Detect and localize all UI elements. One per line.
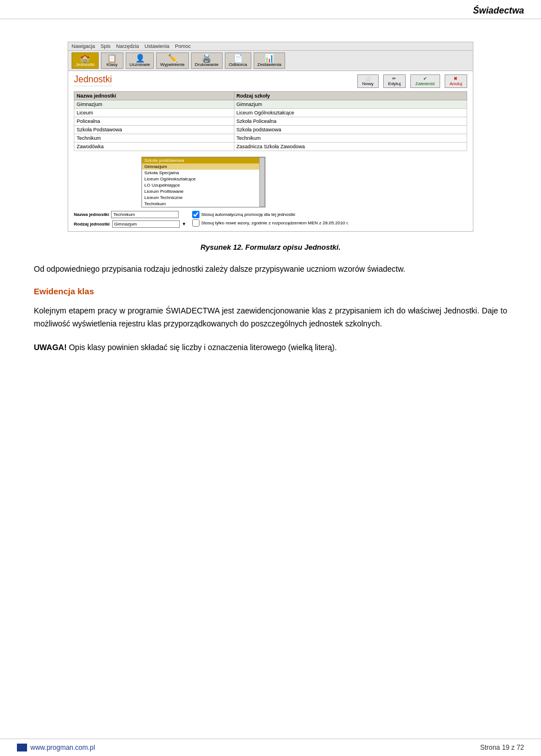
btn-anuluj[interactable]: ✖ Anuluj <box>445 74 467 88</box>
nowy-label: Nowy <box>362 81 374 86</box>
footer-url: www.progman.com.pl <box>30 744 95 751</box>
jednostki-icon: 🏫 <box>80 54 90 62</box>
toolbar-uczniowie[interactable]: 👤 Uczniowie <box>126 52 154 69</box>
warning-paragraph: UWAGA! Opis klasy powinien składać się l… <box>34 341 507 353</box>
cell-nazwa: Gimnazjum <box>74 100 234 109</box>
scrollbar[interactable] <box>259 157 265 207</box>
wypelnienie-icon: ✏️ <box>168 54 178 62</box>
checkbox-auto-promotion[interactable] <box>192 211 199 218</box>
warning-label: UWAGA! <box>34 343 66 352</box>
dd-item-szkola-specjalna[interactable]: Szkoła Specjalna <box>142 170 265 176</box>
bottom-form: Nazwa jednostki Rodzaj jednostki ▼ Stosu… <box>74 211 467 228</box>
action-buttons-row: ⬜ Nowy ✏ Edytuj ✔ Zatwierdź ✖ Anuluj <box>357 74 467 88</box>
figure-caption: Rysunek 12. Formularz opisu Jednostki. <box>34 243 507 251</box>
klasy-icon: 📋 <box>107 54 117 62</box>
cell-rodzaj: Gimnazjum <box>234 100 467 109</box>
toolbar-odbiorca-label: Odbiorca <box>229 62 247 67</box>
toolbar-wypelnienie[interactable]: ✏️ Wypełnienie <box>156 52 189 69</box>
type-input[interactable] <box>112 220 180 228</box>
app-menubar: Nawigacja Spis Narzędzia Ustawienia Pomo… <box>68 42 473 51</box>
toolbar-odbiorca[interactable]: 📄 Odbiorca <box>225 52 251 69</box>
main-content: Nawigacja Spis Narzędzia Ustawienia Pomo… <box>0 19 541 388</box>
menu-pomoc[interactable]: Pomoc <box>175 43 191 49</box>
anuluj-label: Anuluj <box>450 81 462 86</box>
menu-narzedzia[interactable]: Narzędzia <box>116 43 139 49</box>
uczniowie-icon: 👤 <box>135 54 145 62</box>
menu-ustawienia[interactable]: Ustawienia <box>145 43 170 49</box>
cell-rodzaj: Liceum Ogólnokształcące <box>234 109 467 117</box>
table-row[interactable]: Gimnazjum Gimnazjum <box>74 100 467 109</box>
toolbar-klasy-label: Klasy <box>107 62 118 67</box>
logo-icon <box>17 744 27 751</box>
edytuj-icon: ✏ <box>392 76 396 81</box>
cell-rodzaj: Szkoła podstawowa <box>234 126 467 134</box>
checkbox-row-2: Stosuj tylko nowe wzory, zgodnie z rozpo… <box>192 219 349 227</box>
table-row[interactable]: Zawodówka Zasadnicza Szkoła Zawodowa <box>74 143 467 151</box>
cell-nazwa: Zawodówka <box>74 143 234 151</box>
dropdown-arrow-icon[interactable]: ▼ <box>182 222 187 227</box>
dd-item-liceum-profilowane[interactable]: Liceum Profilowane <box>142 188 265 194</box>
dd-item-lo-uzupelniajace[interactable]: LO Uzupełniające <box>142 182 265 188</box>
name-label: Nazwa jednostki <box>74 212 109 217</box>
page-number: Strona 19 z 72 <box>480 744 524 751</box>
paragraph-1: Od odpowiedniego przypisania rodzaju jed… <box>34 263 507 275</box>
drukowanie-icon: 🖨️ <box>202 54 211 62</box>
toolbar-drukowanie[interactable]: 🖨️ Drukowanie <box>191 52 223 69</box>
section-heading: Ewidencja klas <box>34 286 507 296</box>
footer-logo: www.progman.com.pl <box>17 744 95 751</box>
paragraph-2a: Kolejnym etapem pracy w programie ŚWIADE… <box>34 306 480 315</box>
cell-nazwa: Technikum <box>74 134 234 143</box>
toolbar-uczniowie-label: Uczniowie <box>130 62 150 67</box>
cell-nazwa: Szkoła Podstawowa <box>74 126 234 134</box>
zatwierdz-icon: ✔ <box>423 76 427 81</box>
checkbox-new-label: Stosuj tylko nowe wzory, zgodnie z rozpo… <box>201 220 349 226</box>
table-row[interactable]: Technikum Technikum <box>74 134 467 143</box>
toolbar-drukowanie-label: Drukowanie <box>195 62 219 67</box>
zatwierdz-label: Zatwierdź <box>415 81 435 86</box>
btn-edytuj[interactable]: ✏ Edytuj <box>383 74 406 88</box>
dd-item-liceum-ogolne[interactable]: Liceum Ogólnokształcące <box>142 176 265 182</box>
toolbar-zestawienia[interactable]: 📊 Zestawienia <box>254 52 286 69</box>
type-label: Rodzaj jednostki <box>74 222 110 227</box>
checkbox-auto-label: Stosuj automatyczną promocję dla tej jed… <box>201 212 295 217</box>
toolbar-jednostki-label: Jednostki <box>76 62 95 67</box>
page-header: Świadectwa <box>0 0 541 19</box>
odbiorca-icon: 📄 <box>233 54 243 62</box>
nowy-icon: ⬜ <box>365 76 371 81</box>
cell-rodzaj: Szkoła Policealna <box>234 117 467 126</box>
dd-item-gimnazjum[interactable]: Gimnazjum <box>142 163 265 170</box>
cell-rodzaj: Zasadnicza Szkoła Zawodowa <box>234 143 467 151</box>
checkbox-new-patterns[interactable] <box>192 219 199 227</box>
edytuj-label: Edytuj <box>388 81 401 86</box>
anuluj-icon: ✖ <box>454 76 458 81</box>
table-row[interactable]: Szkoła Podstawowa Szkoła podstawowa <box>74 126 467 134</box>
dropdown-popup[interactable]: Szkoła podstawowa Gimnazjum Szkoła Specj… <box>141 157 265 207</box>
btn-zatwierdz[interactable]: ✔ Zatwierdź <box>410 74 440 88</box>
paragraph-2: Kolejnym etapem pracy w programie ŚWIADE… <box>34 304 507 330</box>
toolbar-jednostki[interactable]: 🏫 Jednostki <box>72 52 99 69</box>
checkbox-row-1: Stosuj automatyczną promocję dla tej jed… <box>192 211 349 218</box>
app-title: Jednostki <box>74 74 112 86</box>
table-row[interactable]: Policealna Szkoła Policealna <box>74 117 467 126</box>
toolbar-klasy[interactable]: 📋 Klasy <box>101 52 123 69</box>
col-nazwa: Nazwa jednostki <box>74 92 234 100</box>
toolbar-zestawienia-label: Zestawienia <box>258 62 282 67</box>
btn-nowy[interactable]: ⬜ Nowy <box>357 74 379 88</box>
toolbar-wypelnienie-label: Wypełnienie <box>160 62 185 67</box>
page-footer: www.progman.com.pl Strona 19 z 72 <box>0 739 541 756</box>
app-content: Jednostki ⬜ Nowy ✏ Edytuj ✔ Zatwierdź <box>68 71 473 231</box>
menu-nawigacja[interactable]: Nawigacja <box>72 43 95 49</box>
screenshot-mockup: Nawigacja Spis Narzędzia Ustawienia Pomo… <box>68 42 473 232</box>
name-input[interactable] <box>111 211 179 218</box>
app-toolbar: 🏫 Jednostki 📋 Klasy 👤 Uczniowie ✏️ Wypeł… <box>68 51 473 71</box>
dd-item-szkola-podstawowa[interactable]: Szkoła podstawowa <box>142 157 265 163</box>
units-table: Nazwa jednostki Rodzaj szkoły Gimnazjum … <box>74 91 467 151</box>
cell-nazwa: Liceum <box>74 109 234 117</box>
zestawienia-icon: 📊 <box>264 54 274 62</box>
cell-nazwa: Policealna <box>74 117 234 126</box>
dd-item-technikum[interactable]: Technikum <box>142 201 265 207</box>
dd-item-liceum-techniczne[interactable]: Liceum Techniczne <box>142 194 265 201</box>
table-row[interactable]: Liceum Liceum Ogólnokształcące <box>74 109 467 117</box>
warning-text: Opis klasy powinien składać się liczby i… <box>69 343 336 352</box>
menu-spis[interactable]: Spis <box>101 43 111 49</box>
